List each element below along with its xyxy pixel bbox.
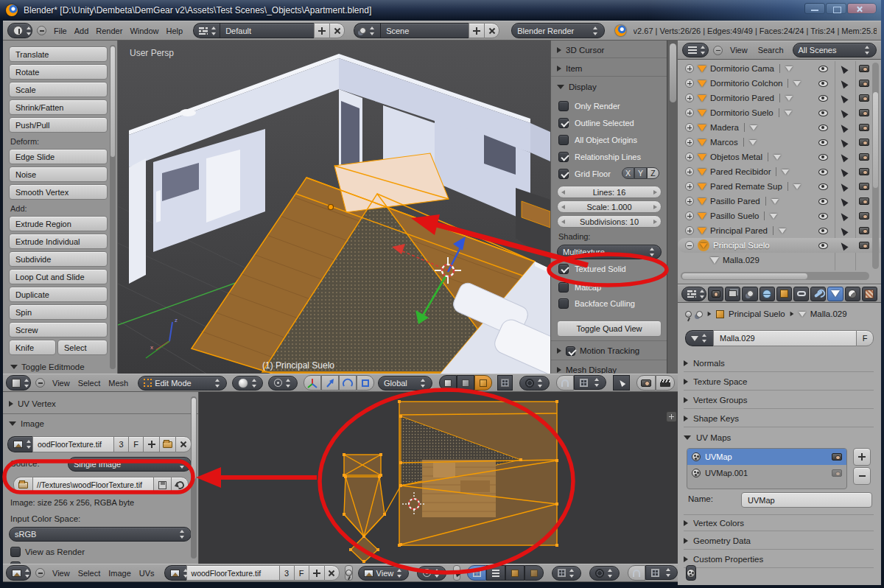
- only-render-checkbox[interactable]: Only Render: [558, 101, 620, 111]
- outliner-hscrollbar[interactable]: [681, 272, 869, 280]
- scene-field[interactable]: Scene: [380, 23, 469, 38]
- breadcrumb-data[interactable]: Malla.029: [810, 309, 847, 318]
- tool-push-pull-button[interactable]: Push/Pull: [9, 117, 108, 133]
- tab-render[interactable]: [708, 287, 723, 301]
- remove-uv-map-button[interactable]: [853, 467, 871, 485]
- snap-toggle-button[interactable]: [556, 375, 574, 391]
- collapse-menus-icon[interactable]: [713, 46, 723, 55]
- renderability-camera-icon[interactable]: [859, 242, 869, 249]
- uv-image-editor-canvas[interactable]: [199, 392, 678, 564]
- renderability-camera-icon[interactable]: [859, 124, 869, 131]
- display-mode-select[interactable]: View: [358, 566, 410, 581]
- colorspace-select[interactable]: sRGB: [9, 527, 192, 542]
- uv-map-item[interactable]: UVMap.001: [687, 465, 846, 481]
- tool-translate-button[interactable]: Translate: [9, 46, 108, 62]
- backface-culling-checkbox[interactable]: Backface Culling: [558, 298, 635, 309]
- renderability-camera-icon[interactable]: [859, 153, 869, 161]
- tool-edge-slide-button[interactable]: Edge Slide: [9, 149, 108, 164]
- reload-image-button[interactable]: [171, 477, 189, 493]
- selectability-cursor-icon[interactable]: [838, 167, 848, 177]
- collapse-menus-icon[interactable]: [35, 378, 45, 388]
- editor-type-button[interactable]: [682, 43, 709, 57]
- image-users-button[interactable]: 3: [279, 565, 294, 581]
- renderability-camera-icon[interactable]: [859, 94, 869, 102]
- expand-icon[interactable]: [685, 182, 694, 191]
- panel-geometry-data[interactable]: Geometry Data: [684, 533, 874, 550]
- matcap-checkbox[interactable]: Matcap: [558, 282, 601, 293]
- tool-scale-button[interactable]: Scale: [9, 82, 108, 97]
- panel-3d-cursor[interactable]: 3D Cursor: [551, 42, 667, 58]
- tool-shelf-scrollbar[interactable]: [110, 45, 116, 369]
- mesh-name-field[interactable]: Malla.029: [713, 330, 856, 346]
- menu-view[interactable]: View: [49, 569, 73, 578]
- render-active-camera-icon[interactable]: [832, 469, 842, 477]
- menu-add[interactable]: Add: [71, 27, 92, 35]
- shading-mode-select[interactable]: Multitexture: [557, 245, 662, 259]
- menu-file[interactable]: File: [51, 27, 70, 35]
- render-opengl-button[interactable]: [636, 375, 656, 391]
- outline-selected-checkbox[interactable]: Outline Selected: [558, 118, 634, 128]
- renderability-camera-icon[interactable]: [859, 227, 869, 234]
- selectability-cursor-icon[interactable]: [838, 137, 848, 147]
- textured-solid-checkbox[interactable]: Textured Solid: [558, 264, 626, 274]
- expand-icon[interactable]: [685, 226, 694, 235]
- screen-layout-field[interactable]: Default: [220, 23, 314, 38]
- uv-face-select-button[interactable]: [505, 565, 525, 581]
- menu-view[interactable]: View: [49, 379, 73, 388]
- tool-select-button[interactable]: Select: [57, 340, 108, 355]
- delete-scene-button[interactable]: [484, 23, 499, 38]
- relationship-lines-checkbox[interactable]: Relationship Lines: [558, 152, 641, 162]
- menu-mesh[interactable]: Mesh: [105, 379, 131, 388]
- grid-lines-slider[interactable]: Lines: 16: [557, 186, 662, 198]
- view-as-render-checkbox[interactable]: View as Render: [10, 547, 85, 557]
- region-expand-button[interactable]: [666, 411, 677, 422]
- selectability-cursor-icon[interactable]: [838, 108, 848, 118]
- selectability-cursor-icon[interactable]: [838, 63, 848, 74]
- tab-constraints[interactable]: [793, 287, 809, 301]
- expand-icon[interactable]: [685, 138, 694, 147]
- visibility-eye-icon[interactable]: [818, 169, 828, 175]
- collapse-menus-icon[interactable]: [35, 568, 45, 578]
- collapse-menus-icon[interactable]: [37, 26, 46, 35]
- panel-motion-tracking[interactable]: Motion Tracking: [551, 343, 667, 359]
- expand-icon[interactable]: [685, 197, 694, 206]
- menu-window[interactable]: Window: [127, 27, 161, 35]
- tool-smooth-vertex-button[interactable]: Smooth Vertex: [9, 184, 108, 200]
- menu-image[interactable]: Image: [105, 569, 134, 578]
- mode-select[interactable]: Edit Mode: [138, 376, 227, 391]
- pin-icon[interactable]: [685, 311, 692, 318]
- selectability-cursor-icon[interactable]: [838, 225, 848, 236]
- sticky-select-select[interactable]: [552, 566, 581, 581]
- outliner-vscrollbar[interactable]: [872, 63, 879, 269]
- selectability-cursor-icon[interactable]: [838, 93, 848, 103]
- edge-select-mode-button[interactable]: [457, 375, 474, 391]
- panel-shape-keys[interactable]: Shape Keys: [684, 410, 874, 427]
- outliner-item-meshdata[interactable]: Malla.029: [678, 253, 881, 267]
- limit-to-visible-button[interactable]: [497, 375, 513, 391]
- breadcrumb-object[interactable]: Principal Suelo: [729, 309, 785, 318]
- visibility-eye-icon[interactable]: [818, 213, 828, 220]
- visibility-eye-icon[interactable]: [818, 110, 828, 116]
- uv-sphere-button[interactable]: [686, 565, 696, 581]
- visibility-eye-icon[interactable]: [818, 198, 828, 205]
- panel-uv-maps[interactable]: UV Maps: [684, 429, 874, 446]
- snap-element-select[interactable]: [645, 565, 678, 580]
- image-id-icon-button[interactable]: [164, 565, 186, 581]
- manipulator-rotate-button[interactable]: [339, 375, 357, 391]
- viewport-shading-select[interactable]: [232, 376, 263, 391]
- outliner-item[interactable]: Madera: [678, 120, 881, 135]
- transform-orientation-select[interactable]: Global: [378, 376, 432, 391]
- grid-scale-slider[interactable]: Scale: 1.000: [557, 200, 662, 213]
- pivot-point-select[interactable]: [417, 566, 446, 581]
- maximize-button[interactable]: [826, 3, 846, 14]
- renderability-camera-icon[interactable]: [859, 65, 869, 72]
- pin-image-button[interactable]: [345, 565, 353, 581]
- panel-image[interactable]: Image: [9, 419, 44, 428]
- visibility-eye-icon[interactable]: [818, 139, 828, 146]
- render-active-camera-icon[interactable]: [832, 453, 842, 461]
- image-id-icon-button[interactable]: [7, 436, 32, 452]
- editor-type-button[interactable]: [6, 565, 31, 581]
- sync-selection-button[interactable]: [453, 565, 460, 581]
- tool-knife-button[interactable]: Knife: [9, 340, 56, 355]
- face-select-mode-button[interactable]: [474, 375, 492, 391]
